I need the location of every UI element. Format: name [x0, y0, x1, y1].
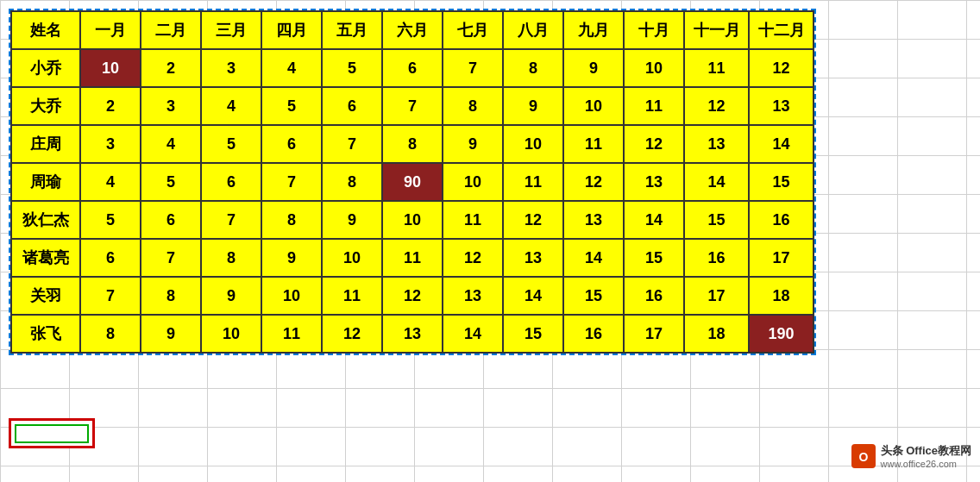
cell-7-3[interactable]: 11 [261, 315, 322, 353]
cell-3-8[interactable]: 12 [563, 163, 624, 201]
cell-1-10[interactable]: 12 [684, 87, 749, 125]
cell-2-1[interactable]: 4 [141, 125, 201, 163]
cell-0-1[interactable]: 2 [141, 49, 201, 87]
cell-6-9[interactable]: 16 [624, 277, 684, 315]
cell-7-0[interactable]: 8 [80, 315, 141, 353]
cell-6-10[interactable]: 17 [684, 277, 749, 315]
cell-1-7[interactable]: 9 [503, 87, 563, 125]
cell-4-0[interactable]: 5 [80, 201, 141, 239]
cell-1-4[interactable]: 6 [322, 87, 382, 125]
cell-1-6[interactable]: 8 [443, 87, 503, 125]
cell-3-4[interactable]: 8 [322, 163, 382, 201]
cell-0-2[interactable]: 3 [201, 49, 261, 87]
cell-1-3[interactable]: 5 [261, 87, 322, 125]
cell-2-10[interactable]: 13 [684, 125, 749, 163]
cell-name-7[interactable]: 张飞 [11, 315, 80, 353]
cell-6-2[interactable]: 9 [201, 277, 261, 315]
cell-name-1[interactable]: 大乔 [11, 87, 80, 125]
cell-3-5[interactable]: 90 [382, 163, 443, 201]
cell-5-5[interactable]: 11 [382, 239, 443, 277]
cell-4-3[interactable]: 8 [261, 201, 322, 239]
cell-2-8[interactable]: 11 [563, 125, 624, 163]
cell-4-1[interactable]: 6 [141, 201, 201, 239]
cell-4-10[interactable]: 15 [684, 201, 749, 239]
cell-7-2[interactable]: 10 [201, 315, 261, 353]
cell-5-9[interactable]: 15 [624, 239, 684, 277]
cell-4-7[interactable]: 12 [503, 201, 563, 239]
cell-2-7[interactable]: 10 [503, 125, 563, 163]
cell-0-8[interactable]: 9 [563, 49, 624, 87]
cell-0-5[interactable]: 6 [382, 49, 443, 87]
cell-0-10[interactable]: 11 [684, 49, 749, 87]
cell-name-6[interactable]: 关羽 [11, 277, 80, 315]
cell-4-11[interactable]: 16 [749, 201, 814, 239]
cell-4-2[interactable]: 7 [201, 201, 261, 239]
cell-6-7[interactable]: 14 [503, 277, 563, 315]
cell-7-8[interactable]: 16 [563, 315, 624, 353]
cell-3-0[interactable]: 4 [80, 163, 141, 201]
cell-6-6[interactable]: 13 [443, 277, 503, 315]
cell-5-11[interactable]: 17 [749, 239, 814, 277]
cell-5-1[interactable]: 7 [141, 239, 201, 277]
cell-1-8[interactable]: 10 [563, 87, 624, 125]
cell-3-2[interactable]: 6 [201, 163, 261, 201]
cell-3-6[interactable]: 10 [443, 163, 503, 201]
cell-0-3[interactable]: 4 [261, 49, 322, 87]
cell-3-9[interactable]: 13 [624, 163, 684, 201]
cell-0-6[interactable]: 7 [443, 49, 503, 87]
cell-1-9[interactable]: 11 [624, 87, 684, 125]
cell-name-2[interactable]: 庄周 [11, 125, 80, 163]
cell-6-3[interactable]: 10 [261, 277, 322, 315]
cell-name-4[interactable]: 狄仁杰 [11, 201, 80, 239]
cell-6-0[interactable]: 7 [80, 277, 141, 315]
cell-4-8[interactable]: 13 [563, 201, 624, 239]
cell-1-5[interactable]: 7 [382, 87, 443, 125]
cell-5-7[interactable]: 13 [503, 239, 563, 277]
cell-3-3[interactable]: 7 [261, 163, 322, 201]
cell-name-3[interactable]: 周瑜 [11, 163, 80, 201]
cell-5-6[interactable]: 12 [443, 239, 503, 277]
cell-2-4[interactable]: 7 [322, 125, 382, 163]
cell-0-4[interactable]: 5 [322, 49, 382, 87]
cell-4-9[interactable]: 14 [624, 201, 684, 239]
cell-7-11[interactable]: 190 [749, 315, 814, 353]
cell-4-5[interactable]: 10 [382, 201, 443, 239]
cell-5-2[interactable]: 8 [201, 239, 261, 277]
cell-3-1[interactable]: 5 [141, 163, 201, 201]
cell-1-0[interactable]: 2 [80, 87, 141, 125]
cell-7-10[interactable]: 18 [684, 315, 749, 353]
cell-2-3[interactable]: 6 [261, 125, 322, 163]
cell-6-4[interactable]: 11 [322, 277, 382, 315]
selected-cell-indicator[interactable] [9, 418, 95, 448]
cell-7-1[interactable]: 9 [141, 315, 201, 353]
cell-0-11[interactable]: 12 [749, 49, 814, 87]
cell-2-9[interactable]: 12 [624, 125, 684, 163]
cell-7-6[interactable]: 14 [443, 315, 503, 353]
cell-1-11[interactable]: 13 [749, 87, 814, 125]
cell-0-9[interactable]: 10 [624, 49, 684, 87]
cell-3-7[interactable]: 11 [503, 163, 563, 201]
cell-7-5[interactable]: 13 [382, 315, 443, 353]
cell-6-5[interactable]: 12 [382, 277, 443, 315]
cell-2-2[interactable]: 5 [201, 125, 261, 163]
cell-3-11[interactable]: 15 [749, 163, 814, 201]
cell-0-7[interactable]: 8 [503, 49, 563, 87]
cell-6-11[interactable]: 18 [749, 277, 814, 315]
cell-6-8[interactable]: 15 [563, 277, 624, 315]
cell-4-6[interactable]: 11 [443, 201, 503, 239]
cell-2-6[interactable]: 9 [443, 125, 503, 163]
cell-6-1[interactable]: 8 [141, 277, 201, 315]
cell-5-8[interactable]: 14 [563, 239, 624, 277]
cell-2-5[interactable]: 8 [382, 125, 443, 163]
cell-3-10[interactable]: 14 [684, 163, 749, 201]
cell-name-5[interactable]: 诸葛亮 [11, 239, 80, 277]
cell-2-0[interactable]: 3 [80, 125, 141, 163]
cell-5-10[interactable]: 16 [684, 239, 749, 277]
cell-5-3[interactable]: 9 [261, 239, 322, 277]
cell-0-0[interactable]: 10 [80, 49, 141, 87]
cell-name-0[interactable]: 小乔 [11, 49, 80, 87]
cell-1-2[interactable]: 4 [201, 87, 261, 125]
cell-7-7[interactable]: 15 [503, 315, 563, 353]
cell-2-11[interactable]: 14 [749, 125, 814, 163]
cell-5-4[interactable]: 10 [322, 239, 382, 277]
